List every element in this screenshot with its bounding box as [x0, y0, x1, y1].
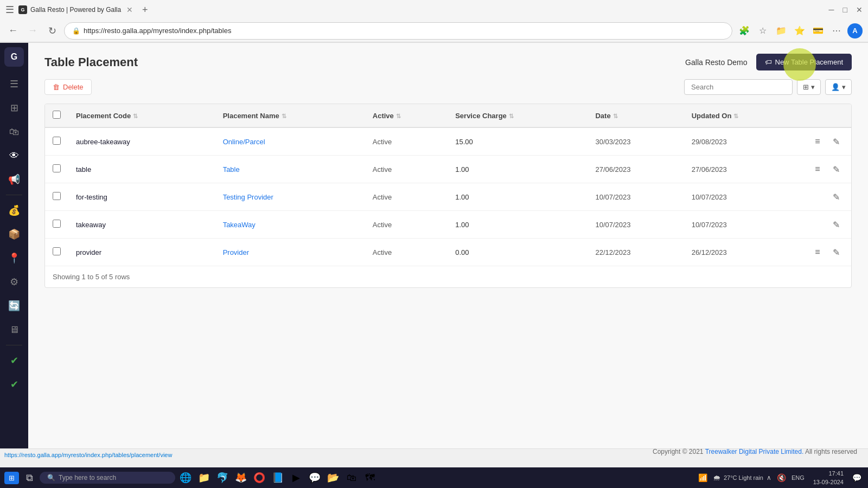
row-checkbox[interactable] [53, 164, 61, 172]
sidebar-item-orders[interactable]: 🛍 [3, 121, 25, 143]
table-row: aubree-takeaway Online/Parcel Active 15.… [45, 127, 851, 156]
taskbar-edge-icon[interactable]: 🌐 [177, 470, 194, 486]
taskbar-search[interactable]: 🔍 Type here to search [40, 472, 175, 484]
sidebar-item-settings[interactable]: ⚙ [3, 271, 25, 293]
edit-icon[interactable]: ✎ [828, 245, 844, 260]
sidebar-divider [6, 195, 22, 195]
browser-tab[interactable]: G Galla Resto | Powered by Galla ✕ [18, 5, 133, 14]
sidebar-item-menu[interactable]: ☰ [3, 73, 25, 95]
tag-icon: 🏷 [765, 58, 772, 66]
cell-placement-code: for-testing [68, 183, 215, 211]
taskbar-mute-icon[interactable]: 🔇 [775, 473, 788, 482]
sidebar-item-billing[interactable]: 💰 [3, 200, 25, 221]
table-row: table Table Active 1.00 27/06/2023 27/06… [45, 156, 851, 183]
more-icon[interactable]: ⋯ [829, 23, 844, 38]
cell-placement-name[interactable]: Online/Parcel [215, 127, 365, 156]
taskbar-skype-icon[interactable]: 💬 [307, 470, 323, 486]
view-toggle-button[interactable]: ⊞ ▾ [797, 79, 821, 95]
taskbar-notifications-icon[interactable]: 💬 [850, 473, 864, 482]
sidebar-item-check1[interactable]: ✔ [3, 350, 25, 371]
delete-button[interactable]: 🗑 Delete [44, 79, 92, 95]
cell-date: 10/07/2023 [588, 183, 684, 211]
new-tab-button[interactable]: + [137, 2, 152, 17]
taskbar-chevron-icon[interactable]: ∧ [764, 474, 774, 481]
cell-placement-name[interactable]: Provider [215, 239, 365, 266]
extensions-icon[interactable]: 🧩 [737, 23, 752, 38]
col-placement-code[interactable]: Placement Code [68, 104, 215, 127]
taskbar-network-icon[interactable]: 📶 [696, 473, 710, 482]
maximize-button[interactable]: □ [843, 5, 847, 14]
sidebar-item-sync[interactable]: 🔄 [3, 295, 25, 317]
sidebar-item-inventory[interactable]: 📦 [3, 223, 25, 245]
taskbar-dolphin-icon[interactable]: 🐬 [214, 470, 231, 486]
forward-button[interactable]: → [25, 23, 40, 38]
list-icon[interactable]: ≡ [810, 134, 825, 149]
back-button[interactable]: ← [5, 23, 21, 38]
cell-actions: ✎ [802, 183, 851, 211]
placements-table: Placement Code Placement Name Active Ser… [45, 104, 851, 266]
taskbar-maps-icon[interactable]: 🗺 [362, 470, 378, 486]
taskbar-firefox-icon[interactable]: 🦊 [233, 470, 249, 486]
taskbar-files-icon[interactable]: 📂 [325, 470, 341, 486]
profile-icon[interactable]: A [847, 23, 863, 38]
wallet-icon[interactable]: 💳 [810, 23, 826, 38]
status-url: https://resto.galla.app/myresto/index.ph… [4, 452, 172, 458]
edit-icon[interactable]: ✎ [828, 134, 844, 149]
row-checkbox[interactable] [53, 137, 61, 145]
company-link[interactable]: Treewalker Digital Private Limited. [705, 448, 804, 448]
select-all-checkbox[interactable] [53, 111, 61, 119]
collections-icon[interactable]: 📁 [774, 23, 789, 38]
taskbar-store-icon[interactable]: 🛍 [343, 470, 360, 486]
sidebar-item-view[interactable]: 👁 [3, 145, 25, 166]
cell-placement-name[interactable]: TakeaWay [215, 211, 365, 239]
sidebar-item-announcements[interactable]: 📢 [3, 169, 25, 190]
search-input[interactable] [684, 79, 793, 95]
sidebar-item-display[interactable]: 🖥 [3, 319, 25, 341]
favorites-icon[interactable]: ⭐ [792, 23, 807, 38]
cell-active: Active [365, 156, 448, 183]
row-checkbox[interactable] [53, 220, 61, 228]
sidebar-item-locations[interactable]: 📍 [3, 247, 25, 269]
tab-close[interactable]: ✕ [126, 5, 133, 14]
hamburger-icon[interactable]: ☰ [5, 4, 14, 16]
task-view-button[interactable]: ⧉ [21, 470, 37, 486]
app-container: G ☰ ⊞ 🛍 👁 📢 💰 📦 📍 ⚙ 🔄 🖥 ✔ ✔ Table Placem… [0, 43, 868, 448]
list-icon[interactable]: ≡ [810, 245, 825, 260]
cell-updated-on: 26/12/2023 [684, 239, 802, 266]
taskbar-facebook-icon[interactable]: 📘 [270, 470, 286, 486]
address-bar[interactable]: 🔒 https://resto.galla.app/myresto/index.… [64, 22, 732, 40]
edit-icon[interactable]: ✎ [828, 189, 844, 204]
minimize-button[interactable]: ─ [829, 5, 834, 14]
close-button[interactable]: ✕ [856, 5, 863, 14]
taskbar-weather-icon[interactable]: 🌧 [711, 473, 723, 482]
user-filter-button[interactable]: 👤 ▾ [825, 79, 852, 95]
bookmark-icon[interactable]: ☆ [755, 23, 770, 38]
list-icon[interactable]: ≡ [810, 162, 825, 177]
sidebar-logo[interactable]: G [4, 47, 24, 67]
user-icon: 👤 [831, 83, 840, 91]
cell-placement-name[interactable]: Table [215, 156, 365, 183]
col-service-charge[interactable]: Service Charge [448, 104, 588, 127]
cell-placement-name[interactable]: Testing Provider [215, 183, 365, 211]
sidebar-item-check2[interactable]: ✔ [3, 374, 25, 395]
sidebar-item-dashboard[interactable]: ⊞ [3, 97, 25, 119]
page-header: Table Placement Galla Resto Demo 🏷 New T… [44, 54, 852, 70]
col-date[interactable]: Date [588, 104, 684, 127]
edit-icon[interactable]: ✎ [828, 217, 844, 232]
col-actions [802, 104, 851, 127]
copyright-footer: Copyright © 2021 Treewalker Digital Priv… [653, 448, 857, 448]
taskbar-youtube-icon[interactable]: ▶ [288, 470, 304, 486]
table-footer: Showing 1 to 5 of 5 rows [45, 266, 851, 287]
taskbar-chrome-icon[interactable]: ⭕ [251, 470, 267, 486]
row-checkbox[interactable] [53, 247, 61, 255]
taskbar-explorer-icon[interactable]: 📁 [196, 470, 212, 486]
edit-icon[interactable]: ✎ [828, 162, 844, 177]
start-button[interactable]: ⊞ [4, 472, 19, 484]
new-table-placement-button[interactable]: 🏷 New Table Placement [756, 54, 852, 70]
search-icon: 🔍 [47, 474, 55, 481]
row-checkbox[interactable] [53, 192, 61, 200]
col-placement-name[interactable]: Placement Name [215, 104, 365, 127]
col-updated-on[interactable]: Updated On [684, 104, 802, 127]
refresh-button[interactable]: ↻ [44, 23, 60, 38]
col-active[interactable]: Active [365, 104, 448, 127]
